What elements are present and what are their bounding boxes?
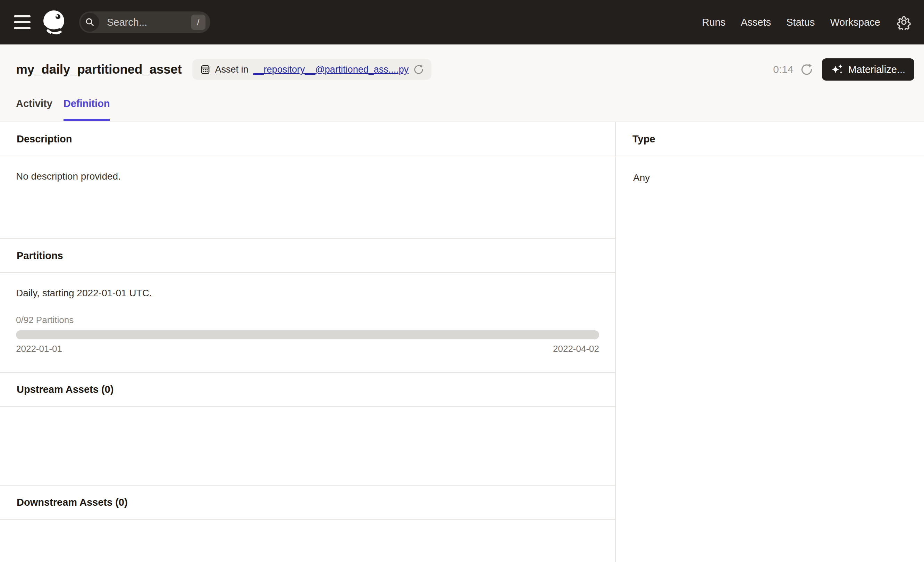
tab-definition[interactable]: Definition: [63, 86, 110, 121]
page-title: my_daily_partitioned_asset: [16, 62, 182, 77]
sparkle-icon: [831, 63, 843, 76]
job-icon: [200, 64, 210, 75]
dagster-logo-icon: [41, 9, 68, 35]
refresh-icon[interactable]: [800, 63, 813, 76]
downstream-section-body: [0, 520, 615, 562]
partition-range-start: 2022-01-01: [16, 344, 62, 354]
partitions-section-body: Daily, starting 2022-01-01 UTC. 0/92 Par…: [0, 273, 615, 373]
description-section-body: No description provided.: [0, 156, 615, 239]
main-column: Description No description provided. Par…: [0, 122, 616, 562]
description-title: Description: [16, 134, 72, 145]
settings-gear-icon[interactable]: [896, 15, 912, 30]
nav-item-workspace[interactable]: Workspace: [830, 17, 880, 28]
type-section-header: Type: [616, 122, 924, 156]
description-text: No description provided.: [16, 171, 599, 182]
downstream-section-header: Downstream Assets (0): [0, 485, 615, 520]
nav-item-status[interactable]: Status: [786, 17, 814, 28]
downstream-title: Downstream Assets (0): [16, 497, 128, 508]
badge-reload-icon[interactable]: [413, 64, 424, 75]
side-column: Type Any: [616, 122, 924, 562]
partitions-title: Partitions: [16, 250, 63, 261]
partition-count-label: 0/92 Partitions: [16, 315, 599, 326]
refresh-countdown: 0:14: [773, 63, 793, 75]
partition-progress-bar: [16, 330, 599, 340]
top-navigation: / Runs Assets Status Workspace: [0, 0, 924, 45]
primary-nav: Runs Assets Status Workspace: [702, 17, 880, 28]
repository-file-link[interactable]: __repository__@partitioned_ass....py: [254, 64, 409, 75]
type-value: Any: [633, 172, 907, 183]
search-box[interactable]: /: [79, 12, 210, 33]
nav-item-runs[interactable]: Runs: [702, 17, 726, 28]
partition-range-end: 2022-04-02: [553, 344, 599, 354]
upstream-section-body: [0, 407, 615, 485]
partitions-definition-text: Daily, starting 2022-01-01 UTC.: [16, 288, 599, 299]
definition-content: Description No description provided. Par…: [0, 122, 924, 562]
search-icon: [81, 13, 99, 32]
materialize-label: Materialize...: [848, 64, 905, 75]
badge-prefix-label: Asset in: [215, 64, 249, 75]
dagster-asset-page: / Runs Assets Status Workspace my_daily_…: [0, 0, 924, 562]
search-input[interactable]: [107, 17, 191, 28]
type-section-body: Any: [616, 156, 924, 562]
nav-item-assets[interactable]: Assets: [741, 17, 771, 28]
page-header: my_daily_partitioned_asset Asset in: [0, 45, 924, 122]
tab-bar: Activity Definition: [0, 86, 924, 121]
upstream-title: Upstream Assets (0): [16, 384, 114, 395]
asset-location-badge: Asset in __repository__@partitioned_ass.…: [192, 59, 432, 80]
tab-activity[interactable]: Activity: [16, 86, 52, 121]
menu-button[interactable]: [14, 15, 30, 29]
upstream-section-header: Upstream Assets (0): [0, 373, 615, 407]
description-section-header: Description: [0, 122, 615, 156]
materialize-button[interactable]: Materialize...: [822, 59, 914, 81]
type-title: Type: [632, 134, 656, 145]
search-shortcut-key: /: [191, 15, 206, 30]
partitions-section-header: Partitions: [0, 239, 615, 273]
